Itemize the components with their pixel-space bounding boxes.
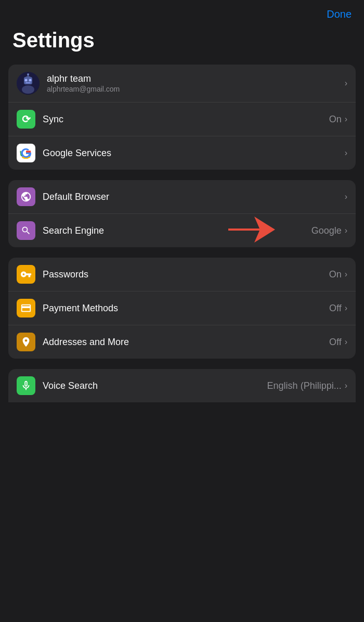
sync-icon: ⟳ <box>22 113 31 125</box>
svg-point-2 <box>22 85 34 94</box>
passwords-value: On <box>329 269 342 280</box>
search-icon <box>21 225 31 236</box>
payment-methods-label: Payment Methods <box>43 303 329 314</box>
default-browser-label: Default Browser <box>43 192 345 202</box>
account-row[interactable]: alphr team alphrteam@gmail.com › <box>8 65 356 103</box>
search-engine-chevron-icon: › <box>345 226 347 235</box>
account-info: alphr team alphrteam@gmail.com <box>47 73 345 93</box>
google-services-label: Google Services <box>43 148 345 159</box>
voice-search-row-right: English (Philippi... › <box>267 380 347 391</box>
svg-rect-6 <box>25 82 31 83</box>
voice-search-chevron-icon: › <box>345 381 347 390</box>
search-icon-bg <box>17 221 35 240</box>
passwords-row-right: On › <box>329 269 347 280</box>
globe-icon <box>20 191 32 202</box>
google-services-content: Google Services <box>43 148 345 159</box>
svg-point-4 <box>25 79 28 82</box>
section-account: alphr team alphrteam@gmail.com › ⟳ Sync … <box>8 65 356 170</box>
google-icon-bg <box>17 144 35 162</box>
addresses-chevron-icon: › <box>345 337 347 347</box>
passwords-row[interactable]: Passwords On › <box>8 258 356 291</box>
search-engine-row[interactable]: Search Engine Google › <box>8 214 356 247</box>
svg-point-8 <box>27 73 29 75</box>
section-voice: Voice Search English (Philippi... › <box>8 369 356 402</box>
addresses-value: Off <box>329 337 342 348</box>
payment-methods-row-right: Off › <box>329 303 347 314</box>
sync-content: Sync <box>43 114 329 125</box>
svg-point-5 <box>29 79 32 82</box>
location-icon <box>20 336 32 348</box>
sync-label: Sync <box>43 114 329 125</box>
google-services-row[interactable]: Google Services › <box>8 136 356 170</box>
addresses-content: Addresses and More <box>43 337 329 348</box>
section-autofill: Passwords On › Payment Methods Off › A <box>8 258 356 359</box>
mic-icon <box>20 380 32 391</box>
globe-icon-bg <box>17 187 35 206</box>
payment-methods-row[interactable]: Payment Methods Off › <box>8 291 356 325</box>
voice-search-content: Voice Search <box>43 380 267 391</box>
default-browser-content: Default Browser <box>43 192 345 202</box>
payment-methods-value: Off <box>329 303 342 314</box>
section-browser: Default Browser › Search Engine Google › <box>8 180 356 247</box>
payment-methods-content: Payment Methods <box>43 303 329 314</box>
google-services-row-right: › <box>345 148 347 158</box>
page-title: Settings <box>0 24 364 65</box>
voice-search-value: English (Philippi... <box>267 380 342 391</box>
voice-search-row[interactable]: Voice Search English (Philippi... › <box>8 369 356 402</box>
location-icon-bg <box>17 333 35 351</box>
sync-chevron-icon: › <box>345 115 347 124</box>
done-button[interactable]: Done <box>327 8 352 20</box>
addresses-row[interactable]: Addresses and More Off › <box>8 325 356 359</box>
default-browser-row-right: › <box>345 192 347 201</box>
key-icon <box>20 269 32 280</box>
google-services-chevron-icon: › <box>345 148 347 158</box>
passwords-label: Passwords <box>43 269 329 280</box>
addresses-row-right: Off › <box>329 337 347 348</box>
search-engine-label: Search Engine <box>43 225 311 236</box>
payment-methods-chevron-icon: › <box>345 303 347 313</box>
search-engine-value: Google <box>311 225 342 236</box>
sync-row[interactable]: ⟳ Sync On › <box>8 103 356 136</box>
search-engine-row-right: Google › <box>311 225 347 236</box>
google-g-icon <box>20 147 32 159</box>
top-bar: Done <box>0 0 364 24</box>
voice-search-label: Voice Search <box>43 380 267 391</box>
passwords-chevron-icon: › <box>345 270 347 279</box>
sync-value: On <box>329 114 342 125</box>
default-browser-chevron-icon: › <box>345 192 347 201</box>
card-icon-bg <box>17 299 35 318</box>
mic-icon-bg <box>17 376 35 395</box>
avatar-image <box>17 72 40 95</box>
key-icon-bg <box>17 265 35 284</box>
card-icon <box>20 302 32 314</box>
passwords-content: Passwords <box>43 269 329 280</box>
account-avatar <box>17 72 40 95</box>
account-name: alphr team <box>47 73 345 84</box>
sync-row-right: On › <box>329 114 347 125</box>
account-row-right: › <box>345 79 347 88</box>
chevron-icon: › <box>345 79 347 88</box>
search-engine-content: Search Engine <box>43 225 311 236</box>
sync-icon-bg: ⟳ <box>17 110 35 129</box>
default-browser-row[interactable]: Default Browser › <box>8 180 356 214</box>
addresses-label: Addresses and More <box>43 337 329 348</box>
account-email: alphrteam@gmail.com <box>47 85 345 93</box>
